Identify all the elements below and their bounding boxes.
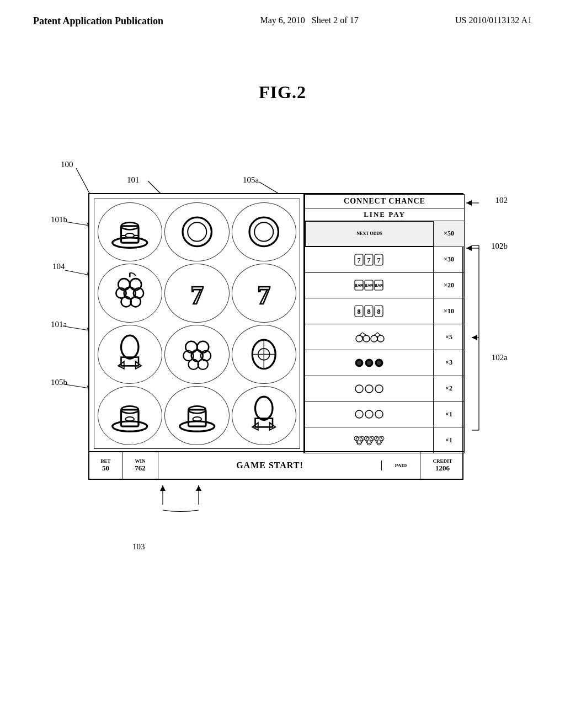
- win-value: 762: [135, 464, 146, 473]
- line-pay-header: LINE PAY: [305, 208, 465, 221]
- pay-symbol-watermelon: [305, 427, 434, 453]
- svg-marker-22: [472, 335, 477, 340]
- svg-text:7: 7: [357, 255, 361, 264]
- diagram-container: 100 101 105a 102 102b 104 101a 101b 102a…: [55, 160, 508, 546]
- label-104: 104: [52, 262, 65, 271]
- label-103: 103: [132, 542, 145, 552]
- pay-symbol-nextodd: NEXT ODDS: [305, 221, 434, 247]
- label-105a: 105a: [243, 175, 259, 185]
- connect-chance-header: CONNECT CHANCE: [305, 194, 465, 208]
- svg-point-35: [249, 217, 279, 247]
- svg-point-108: [355, 385, 363, 393]
- svg-point-111: [355, 410, 363, 418]
- reel-section: 7 7: [89, 194, 305, 453]
- page-header: Patent Application Publication May 6, 20…: [0, 0, 565, 27]
- pay-mult-circle1: ×1: [434, 410, 464, 419]
- svg-line-99: [377, 333, 381, 335]
- pay-symbol-cherry: [305, 324, 434, 350]
- reel-cell-r3c2: [164, 325, 229, 384]
- figure-title: FIG.2: [0, 82, 565, 103]
- right-panel: CONNECT CHANCE LINE PAY NEXT ODDS ×50 7: [305, 194, 465, 453]
- circle-symbol-2: [240, 210, 288, 254]
- next-odds-label: NEXT ODDS: [356, 231, 382, 236]
- svg-point-100: [361, 336, 363, 338]
- bullet-symbol: [106, 333, 153, 376]
- label-101: 101: [127, 175, 140, 185]
- svg-point-47: [121, 335, 139, 358]
- game-start-label: GAME START!: [236, 461, 303, 470]
- label-100: 100: [61, 160, 73, 169]
- svg-marker-26: [196, 485, 201, 491]
- machine-outer-box: 7 7: [88, 193, 463, 480]
- pay-mult-777: ×30: [434, 255, 464, 264]
- pay-mult-nextodd: ×50: [434, 229, 464, 238]
- pay-symbol-bell: [305, 350, 434, 376]
- pay-row-777: 7 7 7 ×30: [305, 247, 464, 273]
- watermelon-icon: [354, 434, 385, 446]
- svg-point-33: [183, 217, 212, 247]
- bell-icon: [354, 357, 385, 369]
- 888-icon: 8 8 8: [354, 305, 385, 317]
- svg-point-110: [375, 385, 383, 393]
- circle-group-1-icon: [354, 383, 385, 395]
- seven-symbol-2: 7: [240, 271, 288, 315]
- svg-text:BAR: BAR: [374, 283, 382, 287]
- pay-mult-bar: ×20: [434, 281, 464, 290]
- pay-symbol-circle1: [305, 402, 434, 427]
- win-label: WIN: [135, 458, 145, 464]
- reel-inner-border: 7 7: [94, 199, 300, 449]
- paid-cell: PAID: [382, 452, 420, 479]
- publication-title: Patent Application Publication: [33, 15, 163, 27]
- reel-cell-r2c2: 7: [164, 264, 229, 323]
- pay-mult-888: ×10: [434, 307, 464, 315]
- label-101b: 101b: [51, 215, 67, 224]
- pay-symbol-777: 7 7 7: [305, 247, 434, 272]
- publication-date-sheet: May 6, 2010 Sheet 2 of 17: [260, 15, 358, 25]
- publication-number: US 2010/0113132 A1: [455, 15, 532, 25]
- pay-mult-watermelon: ×1: [434, 436, 464, 445]
- svg-line-94: [359, 333, 363, 335]
- svg-text:7: 7: [367, 255, 371, 264]
- grape-symbol-2: [173, 333, 221, 376]
- svg-text:7: 7: [190, 281, 204, 309]
- pay-row-cherry: ×5: [305, 324, 464, 350]
- bullet-symbol-2: [240, 394, 288, 437]
- reel-cell-r4c3: [232, 386, 296, 445]
- label-105b: 105b: [51, 378, 67, 387]
- 777-icon: 7 7 7: [354, 254, 385, 266]
- hat-symbol: [106, 210, 153, 254]
- svg-point-70: [255, 397, 273, 420]
- svg-text:7: 7: [258, 281, 271, 309]
- svg-point-36: [254, 222, 273, 241]
- circle-group-2-icon: [354, 408, 385, 420]
- game-start-button[interactable]: GAME START!: [158, 461, 382, 470]
- bar-icon: BAR BAR BAR: [354, 279, 385, 291]
- reel-cell-r4c1: [98, 386, 162, 445]
- reel-cell-r2c3: 7: [232, 264, 296, 323]
- reel-cell-r1c1: [98, 202, 162, 261]
- bet-label: BET: [100, 458, 110, 464]
- reel-cell-r1c3: [232, 202, 296, 261]
- pay-row-bar: BAR BAR BAR ×20: [305, 273, 464, 299]
- svg-point-92: [356, 335, 363, 342]
- svg-text:8: 8: [367, 307, 371, 315]
- svg-point-57: [198, 360, 207, 370]
- seven-symbol-1: 7: [173, 271, 221, 315]
- reel-cell-r2c1: [98, 264, 162, 323]
- credit-label: CREDIT: [433, 458, 452, 464]
- grape-symbol: [106, 271, 153, 315]
- svg-text:BAR: BAR: [354, 283, 363, 287]
- credit-value: 1206: [435, 464, 450, 473]
- reel-cell-r4c2: [164, 386, 229, 445]
- pay-table: NEXT ODDS ×50 7 7 7: [305, 221, 465, 453]
- label-102: 102: [495, 196, 508, 205]
- reel-cell-r3c1: [98, 325, 162, 384]
- pay-row-bell: ×3: [305, 350, 464, 376]
- credit-cell: CREDIT 1206: [420, 452, 465, 479]
- circle-symbol-1: [173, 210, 221, 254]
- hat-symbol-3: [173, 394, 221, 437]
- bottom-bar: BET 50 WIN 762 GAME START! PAID CREDIT 1…: [89, 451, 465, 479]
- pay-symbol-circle2: [305, 376, 434, 402]
- pay-symbol-bar: BAR BAR BAR: [305, 273, 434, 298]
- svg-point-96: [371, 335, 377, 342]
